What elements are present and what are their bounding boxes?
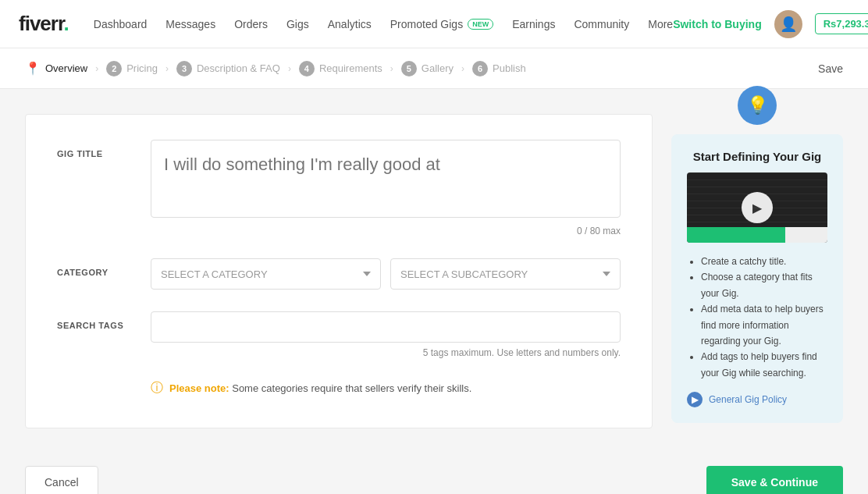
save-continue-button[interactable]: Save & Continue xyxy=(706,466,843,494)
step-description-label: Description & FAQ xyxy=(197,62,280,74)
step-sep-2: › xyxy=(165,63,169,74)
sidebar-bullet-1: Create a catchy title. xyxy=(701,254,827,269)
cancel-button[interactable]: Cancel xyxy=(25,466,98,494)
nav-item-community[interactable]: Community xyxy=(574,18,629,30)
gig-title-row: GIG TITLE 0 / 80 max xyxy=(57,140,621,236)
step-sep-1: › xyxy=(95,63,98,74)
category-row: CATEGORY SELECT A CATEGORY SELECT A SUBC… xyxy=(57,258,621,290)
sidebar-title: Start Defining Your Gig xyxy=(687,150,827,163)
step-sep-3: › xyxy=(288,63,291,74)
switch-buying-button[interactable]: Switch to Buying xyxy=(673,18,762,30)
please-note: ⓘ Please note: Some categories require t… xyxy=(57,380,621,396)
step-publish-label: Publish xyxy=(493,62,526,74)
step-requirements[interactable]: 4 Requirements xyxy=(299,61,382,76)
policy-icon: ▶ xyxy=(687,392,703,407)
nav-item-analytics[interactable]: Analytics xyxy=(328,18,372,30)
step-gallery[interactable]: 5 Gallery xyxy=(401,61,454,76)
please-note-label: Please note: xyxy=(169,382,229,394)
avatar[interactable]: 👤 xyxy=(774,10,802,38)
nav-item-earnings[interactable]: Earnings xyxy=(512,18,555,30)
sidebar-icon-wrap: 💡 xyxy=(671,86,843,125)
step-publish[interactable]: 6 Publish xyxy=(472,61,526,76)
search-tags-field: 5 tags maximum. Use letters and numbers … xyxy=(151,311,621,358)
lightbulb-icon: 💡 xyxy=(738,86,777,125)
gig-title-label: GIG TITLE xyxy=(57,140,151,236)
step-overview-icon: 📍 xyxy=(25,61,41,76)
char-count: 0 / 80 max xyxy=(151,226,621,236)
category-selects: SELECT A CATEGORY SELECT A SUBCATEGORY xyxy=(151,258,621,290)
sidebar-bullets: Create a catchy title. Choose a category… xyxy=(687,254,827,381)
step-gallery-label: Gallery xyxy=(422,62,454,74)
gig-title-input[interactable] xyxy=(151,140,621,218)
promoted-gigs-label: Promoted Gigs xyxy=(390,18,463,30)
category-select[interactable]: SELECT A CATEGORY xyxy=(151,258,381,290)
logo[interactable]: fiverr. xyxy=(19,12,69,36)
gig-title-field: 0 / 80 max xyxy=(151,140,621,236)
step-pricing-num: 2 xyxy=(106,61,122,76)
header-right: Switch to Buying 👤 Rs7,293.32 xyxy=(673,10,868,38)
step-overview-label: Overview xyxy=(45,62,87,74)
header: fiverr. Dashboard Messages Orders Gigs A… xyxy=(0,0,868,48)
tags-hint: 5 tags maximum. Use letters and numbers … xyxy=(151,347,621,358)
please-note-text: Some categories require that sellers ver… xyxy=(232,382,471,394)
general-gig-policy-link[interactable]: ▶ General Gig Policy xyxy=(687,392,827,407)
policy-label: General Gig Policy xyxy=(709,394,787,405)
search-tags-input[interactable] xyxy=(151,311,621,343)
breadcrumb-bar: 📍 Overview › 2 Pricing › 3 Description &… xyxy=(0,48,868,89)
nav-item-more[interactable]: More xyxy=(648,18,673,30)
nav-item-gigs[interactable]: Gigs xyxy=(286,18,309,30)
sidebar-panel: 💡 Start Defining Your Gig ▶ Create a cat… xyxy=(671,114,843,428)
bottom-buttons: Cancel Save & Continue xyxy=(0,453,868,494)
balance-badge: Rs7,293.32 xyxy=(815,13,868,34)
step-pricing-label: Pricing xyxy=(126,62,158,74)
step-description[interactable]: 3 Description & FAQ xyxy=(176,61,280,76)
step-publish-num: 6 xyxy=(472,61,488,76)
step-sep-4: › xyxy=(390,63,393,74)
step-pricing[interactable]: 2 Pricing xyxy=(106,61,158,76)
sidebar-bullet-3: Add meta data to help buyers find more i… xyxy=(701,301,827,349)
form-card: GIG TITLE 0 / 80 max CATEGORY SELECT A C… xyxy=(25,114,653,428)
new-badge: NEW xyxy=(468,19,493,30)
logo-text: fiverr xyxy=(19,12,64,35)
step-sep-5: › xyxy=(461,63,464,74)
category-field: SELECT A CATEGORY SELECT A SUBCATEGORY xyxy=(151,258,621,290)
step-requirements-label: Requirements xyxy=(319,62,382,74)
nav-item-messages[interactable]: Messages xyxy=(165,18,215,30)
nav-item-promoted-gigs[interactable]: Promoted Gigs NEW xyxy=(390,18,493,30)
search-tags-label: SEARCH TAGS xyxy=(57,311,151,358)
subcategory-select[interactable]: SELECT A SUBCATEGORY xyxy=(390,258,621,290)
video-thumbnail[interactable]: ▶ xyxy=(687,172,827,243)
main-nav: Dashboard Messages Orders Gigs Analytics… xyxy=(94,18,673,30)
sidebar-bullet-4: Add tags to help buyers find your Gig wh… xyxy=(701,349,827,381)
step-overview[interactable]: 📍 Overview xyxy=(25,61,87,76)
nav-item-dashboard[interactable]: Dashboard xyxy=(94,18,148,30)
breadcrumb-steps: 📍 Overview › 2 Pricing › 3 Description &… xyxy=(25,61,818,76)
breadcrumb-save-button[interactable]: Save xyxy=(818,62,843,75)
step-requirements-num: 4 xyxy=(299,61,315,76)
sidebar-card: Start Defining Your Gig ▶ Create a catch… xyxy=(671,134,843,423)
nav-item-orders[interactable]: Orders xyxy=(234,18,268,30)
step-description-num: 3 xyxy=(176,61,192,76)
video-progress-bar xyxy=(687,227,827,243)
search-tags-row: SEARCH TAGS 5 tags maximum. Use letters … xyxy=(57,311,621,358)
please-note-icon: ⓘ xyxy=(151,380,163,396)
category-label: CATEGORY xyxy=(57,258,151,290)
step-gallery-num: 5 xyxy=(401,61,417,76)
main-content: GIG TITLE 0 / 80 max CATEGORY SELECT A C… xyxy=(0,89,868,453)
sidebar-bullet-2: Choose a category that fits your Gig. xyxy=(701,269,827,301)
